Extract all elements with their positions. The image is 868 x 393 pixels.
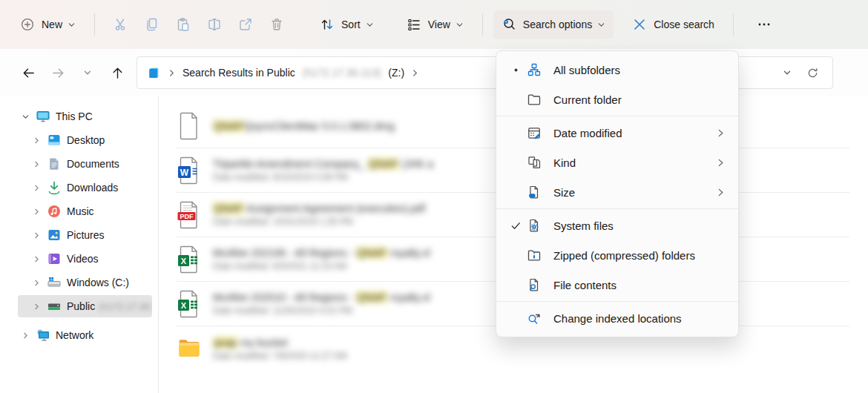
sidebar-item-documents[interactable]: Documents bbox=[18, 153, 152, 175]
breadcrumb-location[interactable]: Search Results in Public bbox=[183, 67, 295, 79]
tree-chevron-down-icon[interactable] bbox=[19, 113, 32, 121]
close-search-icon bbox=[632, 17, 647, 32]
rename-button[interactable] bbox=[199, 10, 230, 39]
close-search-button[interactable]: Close search bbox=[624, 10, 723, 39]
copy-button[interactable] bbox=[137, 10, 168, 39]
tree-chevron-right-icon[interactable] bbox=[30, 279, 43, 287]
search-term-highlight: qnap bbox=[213, 337, 237, 349]
tree-chevron-right-icon[interactable] bbox=[19, 331, 32, 340]
address-dropdown-button[interactable] bbox=[775, 61, 800, 85]
up-button[interactable] bbox=[104, 60, 131, 85]
check-icon bbox=[505, 220, 526, 231]
generic-file-icon bbox=[177, 112, 202, 140]
sidebar-item-label: Downloads bbox=[67, 182, 118, 194]
menu-item-label: Date modified bbox=[553, 127, 717, 139]
separator bbox=[496, 116, 738, 116]
search-term-highlight: QNAP bbox=[356, 291, 387, 303]
delete-icon bbox=[269, 17, 284, 32]
sidebar-item-public[interactable]: Public (\\172.17.30. bbox=[18, 295, 152, 317]
radio-bullet-icon bbox=[505, 67, 526, 73]
menu-item-size[interactable]: Size bbox=[496, 177, 738, 207]
tree-chevron-right-icon[interactable] bbox=[30, 231, 43, 240]
tree-chevron-right-icon[interactable] bbox=[30, 208, 43, 216]
menu-item-change-indexed-locations[interactable]: Change indexed locations bbox=[496, 303, 738, 333]
tree-chevron-right-icon[interactable] bbox=[30, 303, 43, 311]
tree-chevron-right-icon[interactable] bbox=[30, 160, 43, 168]
this-pc-icon bbox=[35, 109, 50, 124]
chevron-down-small-icon bbox=[83, 68, 92, 77]
menu-item-system-files[interactable]: System files bbox=[496, 211, 738, 240]
view-button[interactable]: View bbox=[398, 10, 472, 39]
menu-item-file-contents[interactable]: File contents bbox=[496, 270, 738, 300]
system-files-icon bbox=[526, 218, 542, 233]
menu-item-label: Current folder bbox=[553, 93, 725, 106]
sidebar-item-desktop[interactable]: Desktop bbox=[18, 129, 152, 151]
menu-item-kind[interactable]: Kind bbox=[496, 148, 738, 177]
menu-item-label: Kind bbox=[553, 156, 717, 169]
see-more-button[interactable] bbox=[749, 10, 780, 39]
sidebar-item-music[interactable]: Music bbox=[18, 200, 152, 222]
sidebar-item-label: Network bbox=[56, 329, 93, 341]
sidebar-item-this-pc[interactable]: This PC bbox=[18, 105, 152, 128]
refresh-button[interactable] bbox=[800, 61, 825, 85]
sidebar-item-network[interactable]: Network bbox=[18, 324, 152, 346]
nav-buttons bbox=[15, 60, 131, 85]
cut-button[interactable] bbox=[105, 10, 137, 39]
svg-text:PDF: PDF bbox=[180, 212, 194, 219]
pdf-file-icon: PDF bbox=[177, 201, 202, 229]
new-button[interactable]: New bbox=[12, 10, 84, 39]
separator bbox=[482, 13, 483, 36]
cut-icon bbox=[114, 17, 128, 32]
breadcrumb-drive[interactable]: (Z:) bbox=[388, 67, 404, 79]
menu-item-zipped-folders[interactable]: Zipped (compressed) folders bbox=[496, 240, 738, 270]
share-icon bbox=[238, 17, 253, 32]
documents-icon bbox=[46, 156, 62, 171]
submenu-chevron-icon bbox=[717, 158, 725, 168]
file-contents-icon bbox=[526, 277, 542, 292]
paste-button[interactable] bbox=[168, 10, 199, 39]
search-term-highlight: QNAP bbox=[368, 158, 399, 170]
location-folder-icon bbox=[148, 66, 161, 79]
recent-locations-button[interactable] bbox=[74, 60, 101, 85]
separator bbox=[496, 301, 738, 302]
menu-item-date-modified[interactable]: Date modified bbox=[496, 118, 738, 148]
menu-item-label: Size bbox=[553, 186, 717, 199]
date-modified-icon bbox=[526, 125, 542, 140]
pictures-icon bbox=[46, 228, 62, 242]
share-button[interactable] bbox=[230, 10, 261, 39]
file-name: QNAP Assignment Agreement (execution).pd… bbox=[213, 202, 425, 214]
menu-item-all-subfolders[interactable]: All subfolders bbox=[496, 55, 738, 85]
file-date-modified: Date modified: 10/31/2019 1:35 PM bbox=[213, 217, 425, 227]
forward-button[interactable] bbox=[45, 60, 71, 85]
breadcrumb: Search Results in Public (\\172.17.30.11… bbox=[148, 66, 418, 79]
excel-file-icon: X bbox=[177, 245, 202, 274]
sidebar-item-windows-c[interactable]: Windows (C:) bbox=[18, 271, 152, 294]
breadcrumb-chevron-icon[interactable] bbox=[412, 69, 418, 77]
back-button[interactable] bbox=[15, 60, 42, 85]
sidebar-item-pictures[interactable]: Pictures bbox=[18, 224, 152, 246]
sidebar-item-label: This PC bbox=[56, 110, 93, 122]
file-name: McAfee 202010 - All Regions - QNAP royal… bbox=[213, 291, 430, 303]
sidebar-item-label: Desktop bbox=[67, 134, 105, 146]
desktop-icon bbox=[46, 133, 62, 148]
submenu-chevron-icon bbox=[717, 188, 725, 197]
sort-button[interactable]: Sort bbox=[312, 10, 382, 39]
more-icon bbox=[757, 17, 772, 32]
tree-chevron-right-icon[interactable] bbox=[30, 255, 43, 263]
tree-chevron-right-icon[interactable] bbox=[30, 184, 43, 192]
menu-item-current-folder[interactable]: Current folder bbox=[496, 85, 738, 114]
sidebar-item-videos[interactable]: Videos bbox=[18, 248, 152, 270]
search-term-highlight: QNAP bbox=[213, 202, 244, 214]
chevron-down-icon bbox=[456, 21, 464, 29]
separator bbox=[496, 208, 738, 209]
search-options-menu: All subfolders Current folder Date modif… bbox=[496, 50, 739, 337]
tree-chevron-right-icon[interactable] bbox=[30, 136, 43, 145]
command-toolbar: New bbox=[0, 0, 868, 49]
delete-button[interactable] bbox=[261, 10, 292, 39]
folder-icon bbox=[177, 334, 202, 363]
sidebar-item-downloads[interactable]: Downloads bbox=[18, 176, 152, 199]
submenu-chevron-icon bbox=[717, 128, 725, 138]
view-icon bbox=[407, 17, 421, 32]
change-indexed-locations-icon bbox=[526, 311, 542, 326]
search-options-button[interactable]: Search options bbox=[493, 10, 614, 39]
